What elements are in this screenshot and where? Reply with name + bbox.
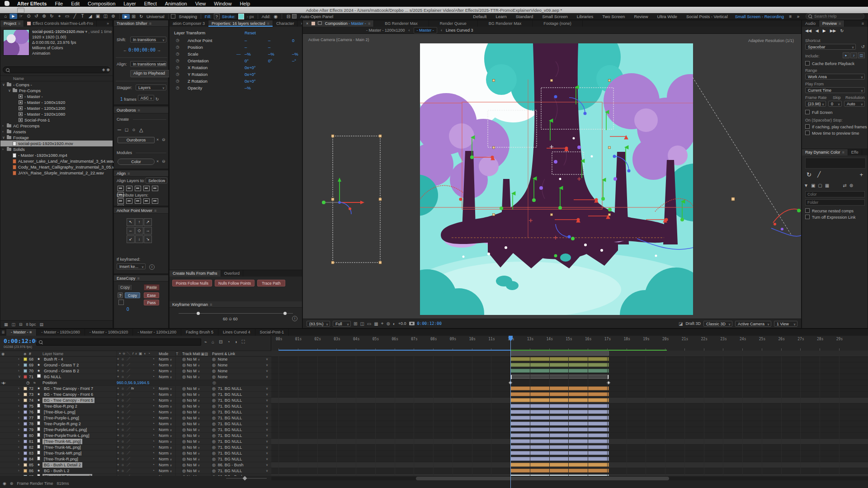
constrain-link-icon[interactable]: — [236, 52, 241, 56]
parent-link-dropdown[interactable]: ◎ 71. BG NULL ∨ [212, 386, 270, 391]
checkbox-icon[interactable] [805, 61, 810, 66]
layer-switches[interactable]: ⌖ ☼ ╱◔ [117, 439, 157, 444]
out-point-handle[interactable] [608, 375, 609, 379]
position-value[interactable]: 960.0,56.9,1994.5 [117, 380, 150, 385]
blend-mode-dropdown[interactable]: Norm ∨ [158, 404, 175, 409]
layer-bar-row-69[interactable] [271, 362, 868, 368]
track-matte-dropdown[interactable]: ◎ No M ∨ [182, 362, 200, 368]
exposure-icon[interactable]: ◐ [393, 321, 396, 326]
fill-label[interactable]: Fill: [205, 14, 212, 19]
composition-stage[interactable]: Active Camera (Camera - Main 2) Adaptive… [303, 34, 801, 319]
time-ruler[interactable]: 00s01s02s03s04s05s06s07s08s09s10s11s12s1… [271, 336, 868, 351]
layer-name[interactable]: [Tree-Trunk-ML.png] [42, 445, 82, 450]
parent-link-dropdown[interactable]: ◎ 71. BG NULL ∨ [212, 415, 270, 421]
recurse-check[interactable]: Recurse nested comps [805, 208, 854, 213]
layer-bar-row-78[interactable] [271, 421, 868, 427]
layer-twirl-icon[interactable]: › [18, 368, 23, 374]
first-frame-icon[interactable]: ◀◀ [805, 28, 811, 33]
copy-button[interactable]: Copy [125, 292, 140, 298]
easecopy-header[interactable]: EaseCopy≡ [114, 275, 168, 282]
tree-item-master[interactable]: - Master - [0, 94, 113, 99]
ray-eyedropper-icon[interactable]: ╱ [817, 171, 821, 178]
layer-name[interactable]: BG - Tree Canopy - Front 7 [42, 386, 94, 391]
layer-name[interactable]: [Tree-PurpleTrunk-L.png] [42, 433, 90, 438]
twirl-icon[interactable]: › [2, 146, 7, 152]
tab-bg-renderer-1[interactable]: BG Renderer Max [374, 20, 429, 27]
keyframe-wingman-header[interactable]: Keyframe Wingman≡ [170, 301, 302, 308]
help-search-input[interactable] [813, 14, 860, 19]
layer-color-chip[interactable] [24, 363, 27, 367]
t-switch[interactable] [175, 374, 181, 380]
ease-help-button[interactable]: ? [118, 292, 123, 298]
checkbox-icon[interactable] [805, 110, 810, 114]
graph-icon[interactable]: ≈ [33, 380, 36, 385]
t-switch[interactable] [175, 421, 181, 427]
axis-mode-icon[interactable]: ► [122, 14, 130, 19]
track-matte-dropdown[interactable]: ◎ No M ∨ [182, 404, 200, 409]
layer-duration-bar[interactable] [510, 410, 609, 414]
layer-switches[interactable]: ⌖ ☼ ╱◔ [117, 415, 157, 421]
layer-row-83[interactable]: ›83[Tree-Trunk-MR.png]⌖ ☼ ╱◔Norm ∨◎ No M… [0, 450, 271, 456]
layer-switches[interactable]: ⌖ ☼ ╱◔ [117, 368, 157, 374]
close-icon[interactable]: × [306, 21, 308, 26]
layer-name[interactable]: Ground - Grass B 2 [42, 368, 80, 374]
layer-name[interactable]: Tree-Blue-R.png 2 [42, 404, 79, 409]
property-value[interactable]: –% [268, 52, 291, 56]
pen-tool-icon[interactable]: ╱ [71, 14, 79, 19]
visibility-toggle[interactable] [1, 450, 6, 456]
refresh-icon[interactable]: ↻ [155, 97, 159, 102]
layer-row-73[interactable]: ›73★BG - Tree Canopy - Front 6⌖ ☼ ╱◔Norm… [0, 392, 271, 398]
line-shape-icon[interactable]: ─ [118, 127, 121, 133]
tab-bg-renderer-2[interactable]: BG Renderer Max [478, 20, 533, 27]
workspace-learn[interactable]: Learn [491, 14, 511, 19]
layer-name[interactable]: [Tree-Trunk-ML.png] [42, 439, 82, 444]
layer-twirl-icon[interactable]: › [18, 357, 23, 362]
prev-frame-icon[interactable]: ◀ [816, 28, 819, 33]
tab-animation-composer[interactable]: ation Composer 3 [170, 20, 208, 27]
camera-tool-icon[interactable]: ⌖ [56, 14, 63, 19]
layer-color-chip[interactable] [24, 440, 27, 443]
stopwatch-icon[interactable]: ◷ [176, 65, 179, 70]
layer-duration-bar[interactable] [510, 427, 609, 432]
layer-bar-row-73[interactable] [271, 392, 868, 398]
workspace-review[interactable]: Review [629, 14, 652, 19]
visibility-toggle[interactable] [1, 439, 6, 444]
layer-twirl-icon[interactable]: › [18, 392, 23, 397]
track-matte-dropdown[interactable]: ◎ No M ∨ [182, 421, 200, 427]
workspace-social-posts-vertical[interactable]: Social Posts - Vertical [682, 14, 732, 19]
skip-dropdown[interactable]: 0 [828, 101, 842, 107]
eraser-tool-icon[interactable]: ◫ [102, 14, 109, 19]
scrollbar-handle[interactable] [416, 477, 669, 480]
crumb-comp-active[interactable]: - Master - [414, 27, 438, 33]
visibility-toggle[interactable] [1, 468, 6, 474]
menu-composition[interactable]: Composition [84, 1, 119, 6]
parent-link-dropdown[interactable]: ◎ 71. BG NULL ∨ [212, 456, 270, 462]
timeline-search[interactable] [36, 338, 201, 346]
universal-mode[interactable]: Universal [146, 14, 165, 19]
track-matte-dropdown[interactable]: ◎ No M ∨ [182, 386, 200, 391]
visibility-toggle[interactable] [1, 398, 6, 403]
project-name-header[interactable]: Name [0, 75, 113, 81]
layer-color-chip[interactable] [24, 463, 27, 467]
layer-bar-row-83[interactable] [271, 450, 868, 456]
property-value[interactable]: – [245, 45, 267, 50]
stopwatch-icon[interactable]: ◷ [26, 380, 30, 385]
layer-color-chip[interactable] [24, 422, 27, 426]
layer-bar-row-85[interactable] [271, 462, 868, 468]
layer-row-71[interactable]: ∨71BG NULL⌖ ☼ ╱◔Norm ∨◎ No M ∨◎ None ∨ [0, 374, 271, 380]
twirl-icon[interactable]: › [2, 123, 7, 129]
layer-bar-row-75[interactable] [271, 404, 868, 409]
layer-bar-row-79[interactable] [271, 427, 868, 433]
blend-mode-dropdown[interactable]: Norm ∨ [158, 368, 175, 374]
layer-row-75[interactable]: ›75Tree-Blue-R.png 2⌖ ☼ ╱◔Norm ∨◎ No M ∨… [0, 404, 271, 409]
track-matte-dropdown[interactable]: ◎ No M ∨ [182, 374, 200, 380]
layer-row-85[interactable]: ›85★BG - Bush L Detail 2⌖ ☼ ╱◔Norm ∨◎ No… [0, 462, 271, 468]
visibility-toggle[interactable] [1, 357, 6, 362]
layer-row-68[interactable]: ›68★Bush R - 4⌖ ☼ ╱◔Norm ∨◎ No M ∨◎ None… [0, 357, 271, 362]
triangle-shape-icon[interactable]: △ [139, 127, 143, 133]
distribute-top-icon[interactable] [118, 198, 124, 204]
layer-duration-bar[interactable] [510, 392, 609, 396]
distribute-bottom-icon[interactable] [135, 198, 141, 204]
layer-name[interactable]: BG - Bush L Detail 2 [42, 462, 82, 468]
anchor-down-right-icon[interactable]: ↘ [144, 235, 152, 243]
